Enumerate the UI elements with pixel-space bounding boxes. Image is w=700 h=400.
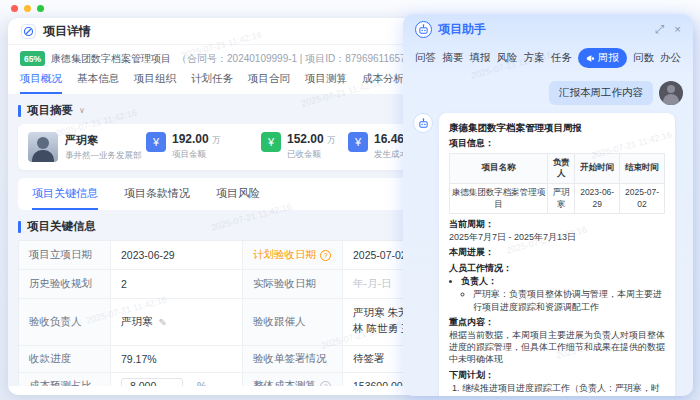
field-label: 验收负责人 — [19, 299, 111, 345]
field-value: 2023-06-29 — [111, 241, 243, 269]
plan-item: 继续推进项目进度跟踪工作（负责人：严玥寒，时间：2025年7月14日-7月20日… — [462, 382, 665, 396]
assistant-tab-fill[interactable]: 填报 — [469, 51, 490, 65]
column-header: 项目名称 — [450, 153, 548, 183]
field-value: 79.17% — [111, 346, 243, 372]
yuan-icon: ¥ — [146, 132, 166, 152]
assistant-tab-plan[interactable]: 方案 — [524, 51, 545, 65]
metric-value: 192.00 — [172, 132, 209, 146]
project-name: 康德集团数字档案管理项目 — [51, 52, 171, 66]
field-label: 计划验收日期 — [253, 248, 316, 262]
tab-project-estimate[interactable]: 项目测算 — [305, 72, 347, 94]
tab-basic-info[interactable]: 基本信息 — [77, 72, 119, 94]
expand-icon[interactable]: ⤢ — [655, 23, 664, 36]
owner-name: 严玥寒 — [65, 133, 142, 148]
field-label: 收款进度 — [19, 346, 111, 372]
assistant-tab-summary[interactable]: 摘要 — [442, 51, 463, 65]
owner-department: 事井然—业务发展部 — [65, 150, 142, 162]
report-period-label: 当前周期： — [449, 218, 665, 230]
tab-project-contract[interactable]: 项目合同 — [248, 72, 290, 94]
assistant-tab-weekly-report[interactable]: 周报 — [578, 48, 627, 68]
report-staff-list: 负责人： 严玥寒：负责项目整体协调与管理，本周主要进行项目进度跟踪和资源调配工作 — [449, 275, 665, 313]
cell-end-date: 2025-07-02 — [620, 183, 665, 213]
report-info-table: 项目名称 负责人 开始时间 结束时间 康德集团数字档案管理项目 严玥寒 2023… — [449, 153, 665, 215]
subtab-risks[interactable]: 项目风险 — [216, 186, 260, 210]
tab-plan-tasks[interactable]: 计划任务 — [191, 72, 233, 94]
tab-cost-analysis[interactable]: 成本分析 — [362, 72, 404, 94]
window-controls — [11, 5, 44, 12]
assistant-chat: 汇报本周工作内容 康德集团数字档案管理项目周报 项目信息： 项目名称 负责人 — [403, 75, 693, 396]
zoom-window-button[interactable] — [37, 5, 44, 12]
subtab-key-info[interactable]: 项目关键信息 — [32, 186, 98, 210]
tab-project-overview[interactable]: 项目概况 — [20, 72, 62, 94]
info-icon[interactable]: ? — [320, 250, 331, 261]
project-owner: 严玥寒 事井然—业务发展部 — [28, 132, 142, 162]
cost-icon: ¥ — [348, 132, 368, 152]
minimize-window-button[interactable] — [24, 5, 31, 12]
field-label: 整体成本测算 — [253, 379, 316, 386]
report-info-label: 项目信息： — [449, 137, 665, 149]
assistant-tab-ask-data[interactable]: 问数 — [633, 51, 654, 65]
metric-value: 152.00 — [287, 132, 324, 146]
report-plan-list: 继续推进项目进度跟踪工作（负责人：严玥寒，时间：2025年7月14日-7月20日… — [449, 382, 665, 396]
project-assistant-panel: 项目助手 ⤢ × 问答 摘要 填报 风险 方案 任务 周报 问数 办公 汇报本周… — [403, 14, 693, 396]
field-label: 验收单签署情况 — [243, 346, 343, 372]
cell-owner: 严玥寒 — [548, 183, 575, 213]
metric-project-amount: ¥ 192.00 万 项目金额 — [146, 132, 221, 161]
close-icon[interactable]: × — [674, 23, 681, 36]
chevron-down-icon[interactable]: ∨ — [79, 106, 85, 115]
field-label: 实际验收日期 — [243, 270, 343, 298]
page-title: 项目详情 — [43, 23, 91, 40]
assistant-title: 项目助手 — [438, 21, 486, 38]
cell-start-date: 2023-06-29 — [575, 183, 620, 213]
field-label: 验收跟催人 — [243, 299, 343, 345]
column-header: 开始时间 — [575, 153, 620, 183]
section-bar — [18, 221, 21, 233]
table-row: 康德集团数字档案管理项目 严玥寒 2023-06-29 2025-07-02 — [450, 183, 665, 213]
assistant-tab-office[interactable]: 办公 — [660, 51, 681, 65]
field-value: 2 — [111, 270, 243, 298]
assistant-tab-task[interactable]: 任务 — [551, 51, 572, 65]
report-role-detail: 严玥寒：负责项目整体协调与管理，本周主要进行项目进度跟踪和资源调配工作 — [473, 288, 665, 313]
column-header: 结束时间 — [620, 153, 665, 183]
report-focus-label: 重点内容： — [449, 316, 665, 328]
field-label: 成本预测占比 — [19, 373, 111, 386]
report-focus-text: 根据当前数据，本周项目主要进展为负责人对项目整体进度的跟踪管理，但具体工作细节和… — [449, 329, 665, 366]
assistant-tab-qa[interactable]: 问答 — [415, 51, 436, 65]
progress-badge: 65% — [20, 51, 45, 66]
megaphone-icon — [586, 54, 595, 63]
screen: 项目详情 65% 康德集团数字档案管理项目 （合同号：20240109999-1… — [0, 0, 700, 400]
field-label: 项目立项日期 — [19, 241, 111, 269]
metric-label: 已收金额 — [287, 149, 336, 161]
assistant-tabs: 问答 摘要 填报 风险 方案 任务 周报 问数 办公 — [403, 44, 693, 75]
report-period-value: 2025年7月7日 - 2025年7月13日 — [449, 231, 665, 243]
summary-section-title: 项目摘要 — [27, 103, 73, 118]
metric-unit: 万 — [212, 135, 221, 145]
column-header: 负责人 — [548, 153, 575, 183]
user-message: 汇报本周工作内容 — [413, 81, 683, 105]
user-message-bubble: 汇报本周工作内容 — [549, 81, 653, 105]
section-bar — [18, 105, 21, 117]
assistant-tab-risk[interactable]: 风险 — [496, 51, 517, 65]
field-value: 严玥寒 — [121, 315, 153, 329]
assistant-header: 项目助手 ⤢ × — [403, 14, 693, 44]
report-title: 康德集团数字档案管理项目周报 — [449, 121, 665, 134]
project-details-icon — [20, 23, 36, 39]
cell-project-name: 康德集团数字档案管理项目 — [450, 183, 548, 213]
subtab-terms[interactable]: 项目条款情况 — [124, 186, 190, 210]
report-staff-label: 人员工作情况： — [449, 262, 665, 274]
report-plan-label: 下周计划： — [449, 369, 665, 381]
metric-received-amount: ¥ 152.00 万 已收金额 — [261, 132, 336, 161]
percent-unit: % — [197, 380, 206, 386]
user-avatar — [659, 81, 683, 105]
percent-input[interactable]: 8.000 — [121, 378, 183, 386]
weekly-report-card: 康德集团数字档案管理项目周报 项目信息： 项目名称 负责人 开始时间 结束时间 — [439, 113, 675, 396]
key-info-section-title: 项目关键信息 — [27, 219, 96, 234]
assistant-avatar-robot-icon — [413, 113, 433, 133]
info-icon[interactable]: ? — [320, 381, 331, 387]
receive-money-icon: ¥ — [261, 132, 281, 152]
close-window-button[interactable] — [11, 5, 18, 12]
metric-unit: 万 — [327, 135, 336, 145]
tab-project-org[interactable]: 项目组织 — [134, 72, 176, 94]
field-label: 历史验收规划 — [19, 270, 111, 298]
edit-icon[interactable]: ✎ — [159, 317, 167, 328]
